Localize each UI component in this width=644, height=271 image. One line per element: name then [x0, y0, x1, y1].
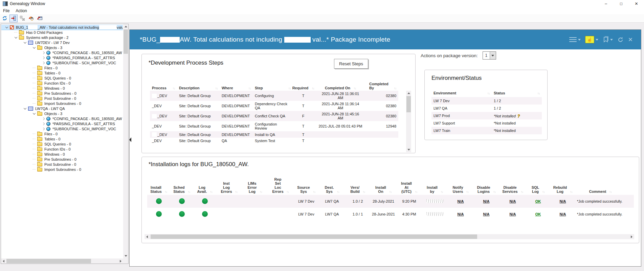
run-action-icon[interactable]: ☝	[585, 36, 598, 43]
expand-tree-icon[interactable]	[18, 15, 26, 22]
na-link[interactable]: N/A	[560, 199, 566, 203]
menu-file[interactable]: File	[0, 8, 13, 14]
sort-icon[interactable]: ↑↓	[541, 190, 545, 194]
scroll-down-icon[interactable]	[406, 147, 411, 152]
tree-item[interactable]: Objects - 3	[1, 45, 123, 50]
sort-icon[interactable]: ↑↓	[439, 190, 443, 194]
install-log-row[interactable]: LW 7 DevLW7 QA1.0 / 128-June-20214:30 PM…	[147, 208, 634, 221]
bookmark-icon[interactable]	[603, 36, 613, 43]
exit-door-icon[interactable]	[9, 15, 18, 22]
na-link[interactable]: N/A	[458, 199, 464, 203]
environment-row[interactable]: LW7 Train*Not installed	[431, 127, 542, 134]
scroll-up-icon[interactable]	[123, 24, 128, 29]
tree-chevron-icon[interactable]	[4, 26, 9, 28]
column-header[interactable]: Description↑↓	[177, 74, 220, 90]
dev-step-row[interactable]: _DEVSite: Default GroupDEVELOPMENTConfig…	[150, 91, 398, 101]
tree-chevron-icon[interactable]	[31, 47, 37, 49]
tree-item[interactable]: Import Subroutines - 0	[1, 167, 123, 172]
installation-logs-scrollbar[interactable]	[145, 234, 634, 239]
na-link[interactable]: N/A	[483, 199, 490, 203]
dev-step-row[interactable]: _DEVSite: Default GroupDEVELOPMENTConfli…	[150, 111, 398, 121]
column-header[interactable]: Notify Users↑↓	[448, 173, 473, 194]
scroll-up-icon[interactable]	[406, 91, 411, 96]
send-to-window-icon[interactable]	[36, 15, 44, 22]
sort-icon[interactable]: ↑↓	[486, 92, 490, 95]
sort-icon[interactable]: ↑↓	[163, 190, 167, 194]
tree-item[interactable]: LW7QA - LW7 QA	[1, 106, 123, 111]
tree-chevron-icon[interactable]	[41, 52, 46, 54]
close-panel-icon[interactable]: ✕	[628, 37, 633, 43]
scroll-right-icon[interactable]	[629, 234, 634, 239]
sort-icon[interactable]: ↑↓	[208, 190, 212, 194]
scrollbar-thumb[interactable]	[151, 234, 477, 239]
na-link[interactable]: N/A	[510, 199, 516, 203]
scroll-left-icon[interactable]	[145, 234, 150, 239]
genealogy-icon[interactable]	[27, 15, 35, 22]
column-header[interactable]: Install On↑↓	[371, 173, 396, 194]
column-header[interactable]: Status↑↓	[492, 87, 542, 95]
tree-item[interactable]: Windows - 0	[1, 152, 123, 157]
tree-chevron-icon[interactable]	[22, 108, 27, 110]
tree-horizontal-scrollbar[interactable]	[1, 258, 123, 264]
sort-icon[interactable]: ↑↓	[287, 87, 291, 90]
sort-icon[interactable]: ↑↓	[247, 87, 251, 90]
dev-step-row[interactable]: _DEVSite: Default GroupDEVELOPMENTInstal…	[150, 131, 398, 138]
tree-item[interactable]: SQL Queries - 0	[1, 141, 123, 146]
tree-item[interactable]: SQL Queries - 0	[1, 75, 123, 81]
column-header[interactable]: Disable Logins↑↓	[473, 173, 499, 194]
tree-item[interactable]: *CONFIG_PACKAGE - BUG_180500_AW	[1, 116, 123, 121]
sort-icon[interactable]: ↑↓	[608, 190, 612, 194]
sort-icon[interactable]: ↑↓	[414, 190, 417, 194]
dev-step-row[interactable]: _DEVSite: Default GroupQASystem TestT	[150, 138, 398, 144]
column-header[interactable]: Install At (UTC)↑↓	[396, 173, 422, 194]
sort-icon[interactable]: ↑↓	[214, 87, 218, 90]
dev-steps-scrollbar[interactable]	[406, 91, 411, 152]
column-header[interactable]: Rebuild Log↑↓	[550, 173, 576, 194]
tree-item[interactable]: Tables - 0	[1, 136, 123, 141]
column-header[interactable]: Rep Set Loc Errors↑↓	[268, 173, 293, 194]
column-header[interactable]: Log Avail.↑↓	[193, 173, 216, 194]
sort-icon[interactable]: ↑↓	[312, 190, 315, 194]
scroll-down-icon[interactable]	[123, 253, 128, 258]
tree-chevron-icon[interactable]	[41, 123, 46, 125]
column-header[interactable]: Source Sys↑↓	[293, 173, 319, 194]
column-header[interactable]: LIMs Error Log↑↓	[242, 173, 268, 194]
sort-icon[interactable]: ↑↓	[465, 190, 469, 194]
sort-icon[interactable]: ↑↓	[388, 190, 392, 194]
tree-chevron-icon[interactable]	[41, 128, 46, 130]
tree-item[interactable]: Files - 0	[1, 131, 123, 136]
tree-item[interactable]: Tables - 0	[1, 70, 123, 75]
sql-log-ok-link[interactable]: OK	[535, 199, 541, 203]
tree-item[interactable]: *CONFIG_PACKAGE - BUG_180500_AW	[1, 50, 123, 55]
splitter-collapse-icon[interactable]	[129, 137, 131, 142]
sort-icon[interactable]: ↑↓	[492, 190, 496, 194]
dev-step-row[interactable]: _DEVSite: Default GroupDEVELOPMENTConfig…	[150, 121, 398, 131]
close-button[interactable]: ✕	[629, 0, 644, 7]
tree-chevron-icon[interactable]	[22, 42, 27, 44]
tree-vertical-scrollbar[interactable]	[123, 24, 128, 258]
reset-steps-button[interactable]: Reset Steps	[334, 59, 368, 69]
dev-step-row[interactable]: _DEVSite: Default GroupDEVELOPMENTDepend…	[150, 101, 398, 111]
sort-icon[interactable]: ↑↓	[186, 190, 190, 194]
scrollbar-thumb[interactable]	[124, 29, 128, 54]
maximize-button[interactable]: □	[614, 0, 629, 7]
tree-item[interactable]: Post Subroutine - 0	[1, 162, 123, 167]
na-link[interactable]: N/A	[560, 212, 566, 216]
column-header[interactable]: Sched Status↑↓	[170, 173, 193, 194]
na-link[interactable]: N/A	[458, 212, 464, 216]
sql-log-ok-link[interactable]: OK	[535, 212, 541, 216]
tree-chevron-icon[interactable]	[41, 118, 46, 120]
tree-item[interactable]: Systems with package - 2	[1, 35, 123, 40]
tree-chevron-icon[interactable]	[31, 113, 37, 115]
install-log-row[interactable]: LW 7 DevLW7 QA1.0 / 228-July-20219:20 PM…	[147, 195, 634, 208]
tree-chevron-icon[interactable]	[13, 37, 18, 39]
column-header[interactable]: Vers/ Build↑↓	[345, 173, 371, 194]
tree-item[interactable]: *SUBROUTINE - SCH_IMPORT_VOC	[1, 126, 123, 131]
tree-item[interactable]: Pre Subroutines - 0	[1, 157, 123, 162]
environment-row[interactable]: LW7 QA1 / 2	[431, 105, 542, 112]
tree-item[interactable]: Post Subroutine - 0	[1, 96, 123, 101]
tree-item[interactable]: Files - 0	[1, 65, 123, 70]
column-header[interactable]: Environment↑↓	[431, 87, 492, 95]
column-header[interactable]: Required↑↓	[293, 74, 314, 90]
sort-icon[interactable]: ↑↓	[335, 190, 339, 194]
